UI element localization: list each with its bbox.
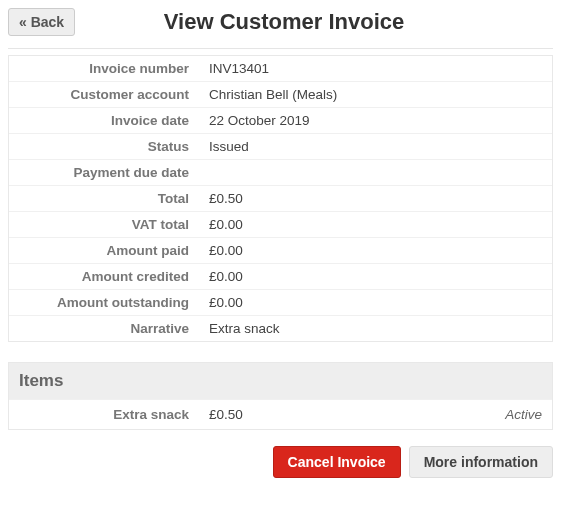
cancel-invoice-button[interactable]: Cancel Invoice	[273, 446, 401, 478]
item-row: Extra snack £0.50 Active	[9, 399, 552, 429]
detail-label: Status	[9, 134, 199, 159]
detail-row-invoice-date: Invoice date 22 October 2019	[9, 108, 552, 134]
detail-row-customer-account: Customer account Christian Bell (Meals)	[9, 82, 552, 108]
detail-value: £0.00	[199, 212, 552, 237]
detail-row-amount-paid: Amount paid £0.00	[9, 238, 552, 264]
page-title: View Customer Invoice	[75, 9, 553, 35]
items-section: Items Extra snack £0.50 Active	[8, 362, 553, 430]
page-header: « Back View Customer Invoice	[8, 8, 553, 49]
item-label: Extra snack	[9, 400, 199, 429]
detail-label: Payment due date	[9, 160, 199, 185]
back-button[interactable]: « Back	[8, 8, 75, 36]
detail-row-invoice-number: Invoice number INV13401	[9, 56, 552, 82]
item-status: Active	[495, 400, 552, 429]
detail-label: Total	[9, 186, 199, 211]
more-information-button[interactable]: More information	[409, 446, 553, 478]
item-value: £0.50	[199, 400, 495, 429]
detail-row-status: Status Issued	[9, 134, 552, 160]
detail-value: £0.00	[199, 238, 552, 263]
detail-row-amount-credited: Amount credited £0.00	[9, 264, 552, 290]
detail-label: Invoice number	[9, 56, 199, 81]
action-buttons: Cancel Invoice More information	[8, 446, 553, 478]
detail-value: £0.50	[199, 186, 552, 211]
detail-value: £0.00	[199, 290, 552, 315]
detail-value	[199, 160, 552, 185]
detail-label: Amount credited	[9, 264, 199, 289]
detail-label: VAT total	[9, 212, 199, 237]
detail-label: Customer account	[9, 82, 199, 107]
invoice-details-table: Invoice number INV13401 Customer account…	[8, 55, 553, 342]
detail-value: INV13401	[199, 56, 552, 81]
detail-label: Narrative	[9, 316, 199, 341]
detail-label: Invoice date	[9, 108, 199, 133]
detail-row-total: Total £0.50	[9, 186, 552, 212]
detail-label: Amount paid	[9, 238, 199, 263]
items-heading: Items	[9, 363, 552, 399]
detail-row-vat-total: VAT total £0.00	[9, 212, 552, 238]
detail-label: Amount outstanding	[9, 290, 199, 315]
detail-value: Extra snack	[199, 316, 552, 341]
detail-value: Christian Bell (Meals)	[199, 82, 552, 107]
detail-value: 22 October 2019	[199, 108, 552, 133]
detail-row-narrative: Narrative Extra snack	[9, 316, 552, 341]
detail-row-amount-outstanding: Amount outstanding £0.00	[9, 290, 552, 316]
detail-value: £0.00	[199, 264, 552, 289]
detail-value: Issued	[199, 134, 552, 159]
detail-row-payment-due-date: Payment due date	[9, 160, 552, 186]
